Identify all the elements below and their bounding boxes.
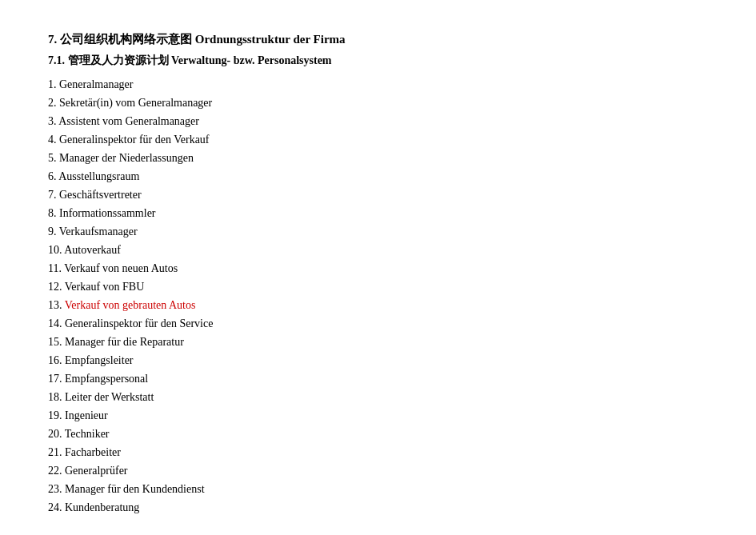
list-item-text: Empfangsleiter: [65, 354, 134, 366]
list-item-number: 23.: [48, 483, 65, 495]
list-item-number: 5.: [48, 152, 59, 164]
list-item-text: Assistent vom Generalmanager: [58, 115, 199, 127]
list-item: 21. Facharbeiter: [48, 444, 708, 461]
list-item-number: 16.: [48, 354, 65, 366]
list-item-number: 10.: [48, 244, 64, 256]
list-item: 15. Manager für die Reparatur: [48, 333, 708, 350]
section-title: 7. 公司组织机构网络示意图 Ordnungsstruktur der Firm…: [48, 32, 708, 47]
list-item-text: Sekretär(in) vom Generalmanager: [59, 97, 212, 109]
list-item-number: 8.: [48, 207, 59, 219]
list-item: 24. Kundenberatung: [48, 499, 708, 516]
list-item-text: Manager für die Reparatur: [65, 336, 184, 348]
list-item-text: Verkauf von FBU: [65, 281, 145, 293]
list-item-number: 24.: [48, 501, 65, 513]
list-item-number: 1.: [48, 78, 59, 90]
list-item: 1. Generalmanager: [48, 76, 708, 93]
list-item-number: 13.: [48, 299, 65, 311]
list-item-text: Ingenieur: [65, 409, 108, 421]
list-item: 11. Verkauf von neuen Autos: [48, 260, 708, 277]
list-item: 4. Generalinspektor für den Verkauf: [48, 131, 708, 148]
list-item: 17. Empfangspersonal: [48, 370, 708, 387]
list-item: 23. Manager für den Kundendienst: [48, 481, 708, 497]
list-item-number: 12.: [48, 281, 65, 293]
list-item: 13. Verkauf von gebrauten Autos: [48, 297, 708, 313]
list-item: 9. Verkaufsmanager: [48, 223, 708, 240]
list-item-text: Kundenberatung: [65, 501, 139, 513]
list-item: 16. Empfangsleiter: [48, 352, 708, 369]
list-item: 2. Sekretär(in) vom Generalmanager: [48, 94, 708, 111]
list-item-number: 17.: [48, 373, 65, 385]
list-item-number: 20.: [48, 428, 65, 440]
list-item: 6. Ausstellungsraum: [48, 168, 708, 185]
list-item-number: 2.: [48, 97, 59, 109]
list-item-text: Facharbeiter: [65, 446, 121, 458]
list-item-number: 21.: [48, 446, 65, 458]
list-item-text: Empfangspersonal: [65, 373, 148, 385]
list-item-text: Generalinspektor für den Verkauf: [59, 134, 210, 146]
list-item: 20. Techniker: [48, 425, 708, 442]
list-item-text: Leiter der Werkstatt: [65, 391, 154, 403]
list-item-text: Geschäftsvertreter: [59, 189, 142, 201]
list-item: 18. Leiter der Werkstatt: [48, 389, 708, 405]
list-container: 1. Generalmanager2. Sekretär(in) vom Gen…: [48, 76, 708, 516]
list-item-number: 3.: [48, 115, 58, 127]
list-item-text: Verkauf von gebrauten Autos: [65, 299, 196, 311]
list-item-text: Autoverkauf: [64, 244, 121, 256]
list-item-number: 14.: [48, 317, 65, 329]
list-item: 22. Generalprüfer: [48, 462, 708, 479]
list-item: 14. Generalinspektor für den Service: [48, 315, 708, 332]
list-item-text: Verkaufsmanager: [59, 226, 138, 238]
list-item-number: 6.: [48, 170, 58, 182]
list-item-text: Generalprüfer: [65, 465, 128, 477]
list-item: 3. Assistent vom Generalmanager: [48, 113, 708, 130]
section-container: 7. 公司组织机构网络示意图 Ordnungsstruktur der Firm…: [48, 32, 708, 516]
list-item: 12. Verkauf von FBU: [48, 278, 708, 295]
list-item: 8. Informationssammler: [48, 205, 708, 222]
list-item-number: 22.: [48, 465, 65, 477]
list-item-text: Verkauf von neuen Autos: [64, 262, 178, 274]
list-item-text: Manager der Niederlassungen: [59, 152, 194, 164]
list-item-number: 7.: [48, 189, 59, 201]
list-item-number: 11.: [48, 262, 64, 274]
list-item-number: 19.: [48, 409, 65, 421]
list-item: 7. Geschäftsvertreter: [48, 186, 708, 203]
subsection-title: 7.1. 管理及人力资源计划 Verwaltung- bzw. Personal…: [48, 54, 708, 68]
list-item: 5. Manager der Niederlassungen: [48, 150, 708, 166]
list-item-text: Informationssammler: [59, 207, 156, 219]
list-item-number: 4.: [48, 134, 59, 146]
list-item-text: Manager für den Kundendienst: [65, 483, 205, 495]
list-item: 19. Ingenieur: [48, 407, 708, 424]
list-item-number: 15.: [48, 336, 65, 348]
list-item-text: Ausstellungsraum: [58, 170, 139, 182]
list-item-number: 9.: [48, 226, 59, 238]
list-item-text: Techniker: [65, 428, 110, 440]
list-item-text: Generalinspektor für den Service: [65, 317, 213, 329]
list-item-number: 18.: [48, 391, 65, 403]
list-item: 10. Autoverkauf: [48, 242, 708, 258]
list-item-text: Generalmanager: [59, 78, 134, 90]
